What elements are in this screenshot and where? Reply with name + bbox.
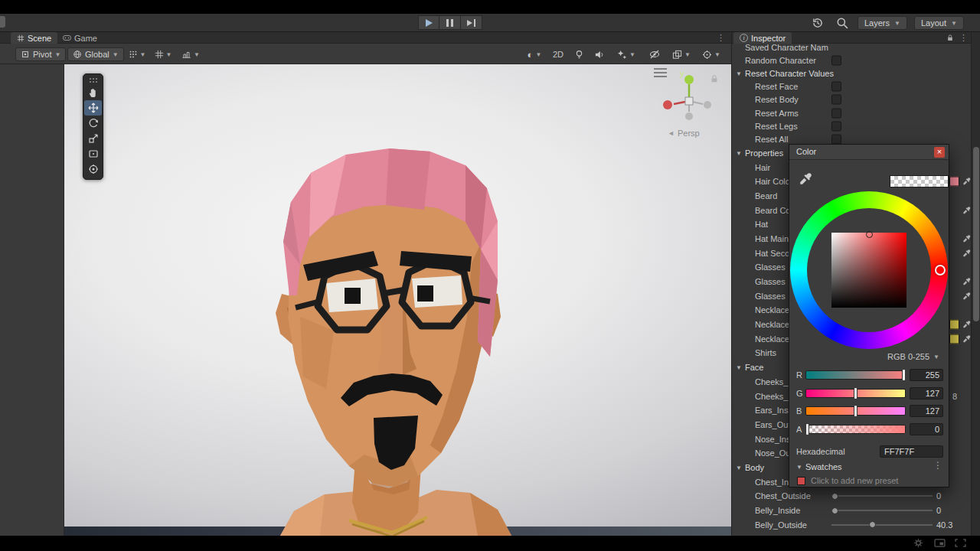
checkbox[interactable] [831,108,841,118]
step-button[interactable] [461,15,482,30]
inspector-row-reset-legs[interactable]: Reset Legs [732,119,971,132]
inspector-panel-menu-icon[interactable]: ⋮ [959,33,968,43]
foldout-arrow[interactable]: ▼ [736,149,742,156]
axis-z-handle[interactable] [704,101,711,109]
view-tool-button[interactable] [84,85,102,100]
color-mode-dropdown[interactable]: RGB 0-255 ▼ [887,352,939,361]
eyedropper-button[interactable] [799,172,812,186]
checkbox[interactable] [831,134,841,144]
tab-inspector[interactable]: i Inspector [733,32,792,44]
axis-y-handle[interactable] [684,75,694,84]
collab-history-button[interactable] [812,17,824,29]
checkbox[interactable] [831,82,841,92]
preset-swatch[interactable] [797,477,805,485]
inspector-row-reset-body[interactable]: Reset Body [732,93,971,106]
tab-game[interactable]: Game [57,32,103,44]
tab-scene[interactable]: Scene [11,32,57,44]
audio-toggle[interactable] [594,47,604,61]
character-model[interactable] [64,64,731,536]
camera-settings-dropdown[interactable]: ▼ [671,47,692,61]
channel-knob[interactable] [902,369,906,381]
overlay-grip-handle[interactable] [84,76,102,85]
channel-track[interactable] [805,425,906,434]
gizmos-dropdown[interactable]: ▼ [700,47,723,61]
inspector-scrollbar[interactable] [971,32,980,536]
slider-knob[interactable] [869,521,876,528]
inspector-row-belly-outside[interactable]: Belly_Outside40.3 [732,517,971,532]
eyedropper-icon[interactable] [962,321,971,329]
hue-selector[interactable] [935,265,946,276]
axis-x-handle[interactable] [663,100,672,109]
saturation-value-selector[interactable] [866,231,873,238]
slider-knob[interactable] [831,507,838,514]
channel-value[interactable]: 127 [910,405,943,417]
add-preset-hint[interactable]: Click to add new preset [811,476,898,485]
scene-panel-menu-icon[interactable]: ⋮ [717,33,725,43]
eyedropper-icon[interactable] [962,334,971,343]
saturation-value-box[interactable] [831,233,906,308]
channel-value[interactable]: 0 [910,423,943,435]
eyedropper-icon[interactable] [962,278,971,286]
inspector-row-reset-face[interactable]: Reset Face [732,80,971,93]
inspector-row-random-character[interactable]: Random Character [732,54,971,67]
foldout-arrow[interactable]: ▼ [736,70,742,77]
pause-button[interactable] [439,15,461,30]
scene-orientation-gizmo[interactable]: y x [654,66,724,127]
eyedropper-icon[interactable] [962,206,971,214]
eyedropper-icon[interactable] [962,292,971,300]
play-button[interactable] [418,15,439,30]
eyedropper-icon[interactable] [962,249,971,257]
increment-snap-dropdown[interactable]: ▼ [178,47,204,61]
axis-down-handle[interactable] [685,112,693,120]
channel-value[interactable]: 255 [910,369,943,381]
color-swatch[interactable] [949,334,959,344]
layers-dropdown[interactable]: Layers▼ [858,16,907,30]
channel-knob[interactable] [854,387,858,399]
swatches-foldout[interactable]: ▼ Swatches [796,462,842,471]
foldout-arrow[interactable]: ▼ [736,364,742,371]
transform-tool-button[interactable] [84,161,102,177]
player-fullscreen-icon[interactable] [955,539,966,547]
inspector-row-belly-inside[interactable]: Belly_Inside0 [732,504,971,518]
lighting-toggle[interactable] [574,47,584,61]
shading-mode-dropdown[interactable]: ◐ ▼ [524,47,545,61]
scale-tool-button[interactable] [84,131,102,146]
channel-value[interactable]: 127 [910,387,943,399]
projection-toggle[interactable]: ◄ Persp [668,129,700,138]
slider-knob[interactable] [831,493,838,500]
grid-visual-dropdown[interactable]: ▼ [126,47,149,61]
layout-dropdown[interactable]: Layout▼ [914,16,964,30]
global-dropdown[interactable]: Global▼ [67,47,124,61]
inspector-row-reset-character-values[interactable]: ▼Reset Character Values [732,67,971,80]
eyedropper-icon[interactable] [962,178,971,186]
grid-snap-dropdown[interactable]: ▼ [152,47,175,61]
rotate-tool-button[interactable] [84,116,102,131]
hex-input[interactable]: FF7F7F [880,445,943,458]
move-tool-button[interactable] [84,100,102,116]
foldout-arrow[interactable]: ▼ [736,464,742,471]
checkbox[interactable] [831,95,841,105]
search-button[interactable] [836,17,848,29]
checkbox[interactable] [831,55,841,65]
swatches-menu-icon[interactable]: ⋮ [933,460,942,471]
gizmo-center-cube[interactable] [685,97,693,105]
eyedropper-icon[interactable] [962,234,971,243]
player-miniplayer-icon[interactable] [934,539,946,547]
slider-track[interactable] [831,510,933,511]
slider-track[interactable] [831,495,933,497]
channel-knob[interactable] [854,405,858,417]
close-button[interactable]: × [934,147,945,158]
rect-tool-button[interactable] [84,146,102,161]
inspector-lock-icon[interactable] [946,34,954,42]
color-swatch[interactable] [949,177,959,187]
scene-visibility-toggle[interactable] [649,47,660,61]
scrollbar-thumb[interactable] [973,147,979,321]
channel-track[interactable] [805,370,906,380]
inspector-row-chest-outside[interactable]: Chest_Outside0 [732,489,971,504]
scene-viewport[interactable]: y x ◄ Persp [64,64,731,536]
slider-track[interactable] [831,524,933,526]
checkbox[interactable] [831,121,841,131]
inspector-row-reset-arms[interactable]: Reset Arms [732,106,971,119]
color-picker-titlebar[interactable]: Color × [789,145,949,160]
effects-dropdown[interactable]: ▼ [616,47,637,61]
